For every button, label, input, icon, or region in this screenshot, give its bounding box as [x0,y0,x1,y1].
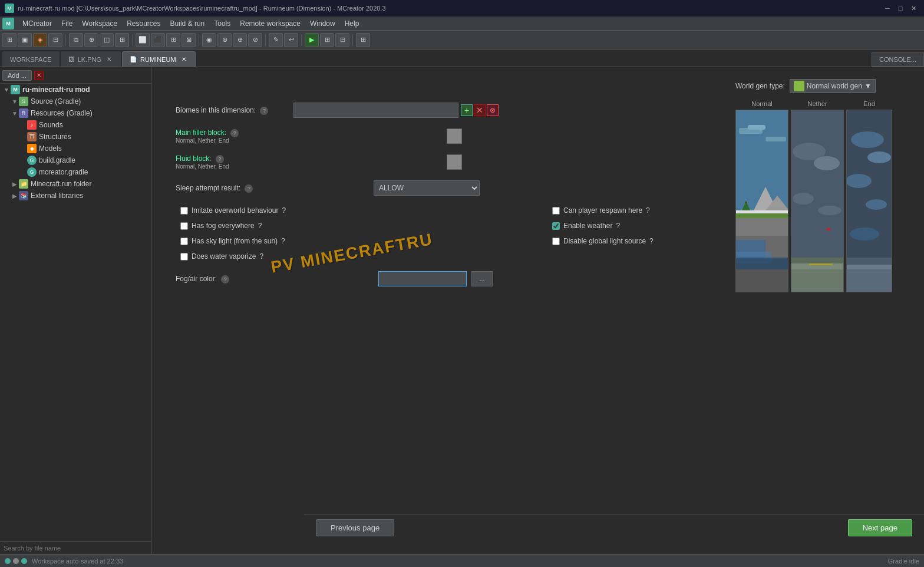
sleep-label: Sleep attempt result: ? [176,184,293,193]
checkbox-weather-row: Enable weather ? [552,222,900,230]
minimize-button[interactable]: ─ [882,3,893,14]
fluid-block-help-icon[interactable]: ? [216,155,224,163]
menu-remote-workspace[interactable]: Remote workspace [235,18,305,29]
next-page-button[interactable]: Next page [848,519,912,536]
tree-item-build-gradle[interactable]: G build.gradle [0,154,151,166]
checkbox-vaporize[interactable] [180,253,188,261]
sleep-select[interactable]: ALLOW DENY MORNING [374,180,480,196]
toolbar-btn-11[interactable]: ⊞ [166,33,180,47]
skylight-help-icon[interactable]: ? [281,237,285,245]
maximize-button[interactable]: □ [895,3,906,14]
fog-color-label: Fog/air color: ? [176,275,293,284]
toolbar-btn-12[interactable]: ⊠ [182,33,196,47]
toolbar-btn-6[interactable]: ⊕ [84,33,98,47]
menu-mcreator[interactable]: MCreator [18,18,57,29]
weather-help-icon[interactable]: ? [616,222,620,230]
tab-rumineum-close[interactable]: ✕ [180,55,188,64]
biomes-clear-button[interactable]: ⊗ [487,104,499,116]
main-filler-sub: Normal, Nether, End [176,137,293,144]
menu-resources[interactable]: Resources [122,18,165,29]
sidebar-close-button[interactable]: ✕ [34,71,44,80]
toolbar-btn-8[interactable]: ⊞ [115,33,129,47]
menu-window[interactable]: Window [305,18,340,29]
tree-item-resources[interactable]: ▼ R Resources (Gradle) [0,107,151,119]
toolbar-run-btn[interactable]: ▶ [305,33,319,47]
checkbox-fog[interactable] [180,222,188,230]
biomes-input[interactable] [293,103,458,118]
menu-workspace[interactable]: Workspace [77,18,122,29]
menu-tools[interactable]: Tools [209,18,235,29]
sidebar-search [0,541,151,554]
fog-color-row: Fog/air color: ? 192,216,255 ... [176,271,900,286]
menu-help[interactable]: Help [340,18,364,29]
checkbox-fog-row: Has fog everywhere ? [180,222,529,230]
status-icons [5,558,27,564]
toolbar-btn-4[interactable]: ⊟ [48,33,62,47]
checkbox-globallight[interactable] [552,238,560,245]
toolbar-btn-3[interactable]: ◈ [33,33,47,47]
mcreator-gradle-icon: G [27,167,37,177]
tree-item-sounds[interactable]: ♪ Sounds [0,119,151,131]
tab-lkpng[interactable]: 🖼 LK.PNG ✕ [61,51,121,67]
tree-item-ext-libraries[interactable]: ▶ 📚 External libraries [0,190,151,202]
toolbar-btn-9[interactable]: ⬜ [136,33,150,47]
separator-5 [301,34,302,46]
toolbar-btn-13[interactable]: ◉ [202,33,216,47]
checkbox-imitate[interactable] [180,207,188,215]
tree-item-root[interactable]: ▼ M ru-minecraft-ru mod [0,84,151,95]
respawn-help-icon[interactable]: ? [646,206,650,215]
vaporize-help-icon[interactable]: ? [259,252,263,261]
fog-help-icon[interactable]: ? [258,222,262,230]
toolbar-btn-1[interactable]: ⊞ [2,33,16,47]
add-button[interactable]: Add ... [2,70,32,81]
menu-build-run[interactable]: Build & run [166,18,210,29]
close-button[interactable]: ✕ [908,3,919,14]
fog-color-help-icon[interactable]: ? [221,275,229,284]
tree-item-models[interactable]: ◆ Models [0,143,151,154]
toolbar-btn-18[interactable]: ↩ [284,33,298,47]
prev-page-button[interactable]: Previous page [316,519,394,536]
menu-file[interactable]: File [57,18,77,29]
structures-icon: ⛩ [27,132,37,141]
imitate-help-icon[interactable]: ? [282,206,286,215]
toolbar-btn-16[interactable]: ⊘ [248,33,262,47]
toolbar-btn-19[interactable]: ⊞ [320,33,334,47]
fog-color-input[interactable]: 192,216,255 [378,271,467,286]
biomes-help-icon[interactable]: ? [260,107,268,115]
sleep-help-icon[interactable]: ? [245,184,253,193]
sidebar-add-bar: Add ... ✕ [0,67,151,84]
tab-lkpng-close[interactable]: ✕ [105,55,113,64]
tab-workspace[interactable]: WORKSPACE [2,51,60,67]
tree-item-mcreator-gradle[interactable]: G mcreator.gradle [0,166,151,178]
toolbar-btn-20[interactable]: ⊟ [335,33,349,47]
tree-item-run-folder[interactable]: ▶ 📁 Minecraft.run folder [0,178,151,190]
biomes-add-button[interactable]: + [461,104,473,116]
tree-label-build-gradle: build.gradle [39,156,75,164]
checkbox-skylight[interactable] [180,238,188,245]
globallight-help-icon[interactable]: ? [649,237,654,245]
checkbox-respawn[interactable] [552,207,560,215]
biomes-label-text: Biomes in this dimension: [176,106,256,114]
checkbox-imitate-row: Imitate overworld behaviour ? [180,206,529,215]
toolbar-btn-7[interactable]: ◫ [100,33,114,47]
tab-rumineum[interactable]: 📄 RUMINEUM ✕ [122,51,196,67]
toolbar-btn-17[interactable]: ✎ [269,33,283,47]
toolbar-btn-15[interactable]: ⊕ [233,33,247,47]
toolbar-btn-10[interactable]: ⬛ [151,33,165,47]
toolbar-btn-14[interactable]: ⊛ [217,33,232,47]
toolbar-btn-5[interactable]: ⧉ [69,33,83,47]
toolbar-btn-2[interactable]: ▣ [18,33,32,47]
fog-color-browse-button[interactable]: ... [471,271,493,286]
console-button[interactable]: CONSOLE... [872,52,924,67]
window-controls: ─ □ ✕ [882,3,919,14]
tree-item-structures[interactable]: ⛩ Structures [0,131,151,143]
biomes-delete-button[interactable]: ✕ [474,104,486,116]
search-input[interactable] [4,545,148,552]
main-filler-swatch[interactable] [447,128,462,144]
toolbar-btn-21[interactable]: ⊞ [356,33,370,47]
main-filler-help-icon[interactable]: ? [230,129,239,137]
checkbox-weather[interactable] [552,222,560,230]
fluid-block-sub: Normal, Nether, End [176,163,293,170]
tree-item-source[interactable]: ▼ S Source (Gradle) [0,95,151,107]
fluid-block-swatch[interactable] [447,154,462,170]
